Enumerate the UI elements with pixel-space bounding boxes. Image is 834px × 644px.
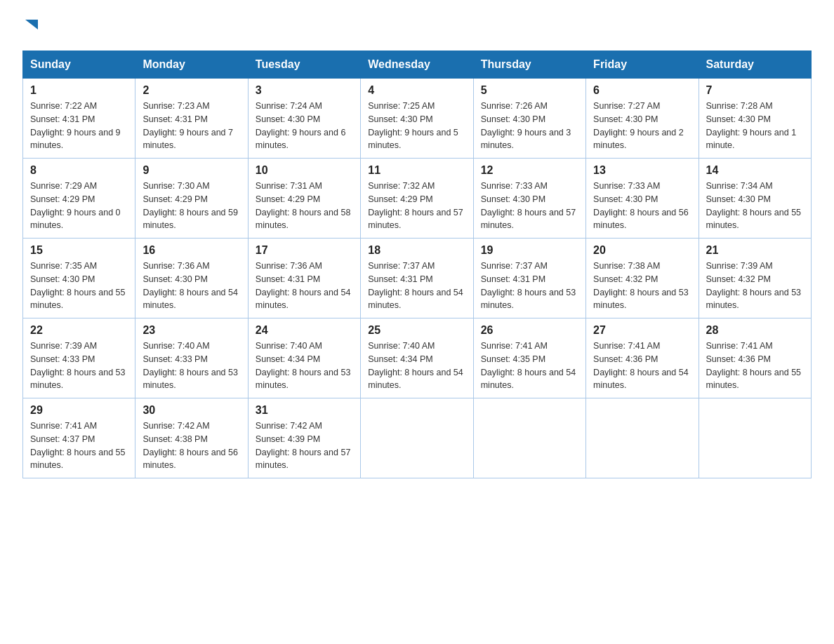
calendar-cell: 24Sunrise: 7:40 AMSunset: 4:34 PMDayligh…: [248, 318, 360, 398]
day-info: Sunrise: 7:42 AMSunset: 4:39 PMDaylight:…: [256, 420, 353, 472]
calendar-cell: 12Sunrise: 7:33 AMSunset: 4:30 PMDayligh…: [473, 159, 585, 239]
day-info: Sunrise: 7:22 AMSunset: 4:31 PMDaylight:…: [30, 100, 128, 152]
calendar-cell: [586, 398, 699, 478]
day-number: 25: [368, 324, 465, 337]
calendar-cell: 16Sunrise: 7:36 AMSunset: 4:30 PMDayligh…: [135, 239, 248, 318]
svg-marker-0: [25, 20, 38, 29]
day-info: Sunrise: 7:41 AMSunset: 4:35 PMDaylight:…: [481, 340, 578, 392]
calendar-cell: 29Sunrise: 7:41 AMSunset: 4:37 PMDayligh…: [23, 398, 135, 478]
day-number: 19: [481, 244, 578, 257]
calendar-body: 1Sunrise: 7:22 AMSunset: 4:31 PMDaylight…: [23, 79, 812, 478]
day-info: Sunrise: 7:25 AMSunset: 4:30 PMDaylight:…: [368, 100, 465, 152]
calendar-cell: 27Sunrise: 7:41 AMSunset: 4:36 PMDayligh…: [586, 318, 699, 398]
day-number: 18: [368, 244, 465, 257]
day-info: Sunrise: 7:39 AMSunset: 4:33 PMDaylight:…: [30, 340, 128, 392]
calendar-cell: 13Sunrise: 7:33 AMSunset: 4:30 PMDayligh…: [586, 159, 699, 239]
day-info: Sunrise: 7:36 AMSunset: 4:31 PMDaylight:…: [256, 260, 353, 312]
day-number: 7: [706, 84, 804, 97]
calendar-cell: 18Sunrise: 7:37 AMSunset: 4:31 PMDayligh…: [361, 239, 473, 318]
day-info: Sunrise: 7:29 AMSunset: 4:29 PMDaylight:…: [30, 180, 128, 232]
header-cell-sunday: Sunday: [23, 51, 135, 79]
day-number: 23: [143, 324, 240, 337]
day-info: Sunrise: 7:37 AMSunset: 4:31 PMDaylight:…: [481, 260, 578, 312]
calendar-cell: 19Sunrise: 7:37 AMSunset: 4:31 PMDayligh…: [473, 239, 585, 318]
calendar-cell: 20Sunrise: 7:38 AMSunset: 4:32 PMDayligh…: [586, 239, 699, 318]
day-number: 11: [368, 164, 465, 177]
calendar-header: SundayMondayTuesdayWednesdayThursdayFrid…: [23, 51, 812, 79]
day-number: 6: [593, 84, 691, 97]
day-number: 21: [706, 244, 804, 257]
day-number: 27: [593, 324, 691, 337]
header-cell-wednesday: Wednesday: [361, 51, 473, 79]
logo: [22, 17, 39, 34]
calendar-cell: 25Sunrise: 7:40 AMSunset: 4:34 PMDayligh…: [361, 318, 473, 398]
day-info: Sunrise: 7:42 AMSunset: 4:38 PMDaylight:…: [143, 420, 240, 472]
calendar-week-row: 22Sunrise: 7:39 AMSunset: 4:33 PMDayligh…: [23, 318, 812, 398]
day-info: Sunrise: 7:23 AMSunset: 4:31 PMDaylight:…: [143, 100, 240, 152]
day-info: Sunrise: 7:40 AMSunset: 4:33 PMDaylight:…: [143, 340, 240, 392]
day-info: Sunrise: 7:37 AMSunset: 4:31 PMDaylight:…: [368, 260, 465, 312]
header-cell-monday: Monday: [135, 51, 248, 79]
calendar-week-row: 8Sunrise: 7:29 AMSunset: 4:29 PMDaylight…: [23, 159, 812, 239]
header-cell-tuesday: Tuesday: [248, 51, 360, 79]
calendar-cell: 10Sunrise: 7:31 AMSunset: 4:29 PMDayligh…: [248, 159, 360, 239]
calendar-cell: 9Sunrise: 7:30 AMSunset: 4:29 PMDaylight…: [135, 159, 248, 239]
header-cell-thursday: Thursday: [473, 51, 585, 79]
day-info: Sunrise: 7:35 AMSunset: 4:30 PMDaylight:…: [30, 260, 128, 312]
day-info: Sunrise: 7:36 AMSunset: 4:30 PMDaylight:…: [143, 260, 240, 312]
day-info: Sunrise: 7:41 AMSunset: 4:36 PMDaylight:…: [593, 340, 691, 392]
calendar-cell: [699, 398, 811, 478]
calendar-cell: 8Sunrise: 7:29 AMSunset: 4:29 PMDaylight…: [23, 159, 135, 239]
day-number: 4: [368, 84, 465, 97]
calendar-cell: 11Sunrise: 7:32 AMSunset: 4:29 PMDayligh…: [361, 159, 473, 239]
logo-arrow-icon: [24, 18, 39, 34]
calendar-cell: [361, 398, 473, 478]
day-number: 31: [256, 404, 353, 417]
header-cell-friday: Friday: [586, 51, 699, 79]
calendar-cell: 23Sunrise: 7:40 AMSunset: 4:33 PMDayligh…: [135, 318, 248, 398]
day-number: 26: [481, 324, 578, 337]
calendar-week-row: 1Sunrise: 7:22 AMSunset: 4:31 PMDaylight…: [23, 79, 812, 159]
day-info: Sunrise: 7:30 AMSunset: 4:29 PMDaylight:…: [143, 180, 240, 232]
day-number: 12: [481, 164, 578, 177]
calendar-cell: [473, 398, 585, 478]
calendar-cell: 22Sunrise: 7:39 AMSunset: 4:33 PMDayligh…: [23, 318, 135, 398]
calendar-cell: 4Sunrise: 7:25 AMSunset: 4:30 PMDaylight…: [361, 79, 473, 159]
day-info: Sunrise: 7:33 AMSunset: 4:30 PMDaylight:…: [481, 180, 578, 232]
calendar-cell: 15Sunrise: 7:35 AMSunset: 4:30 PMDayligh…: [23, 239, 135, 318]
day-info: Sunrise: 7:24 AMSunset: 4:30 PMDaylight:…: [256, 100, 353, 152]
calendar-cell: 28Sunrise: 7:41 AMSunset: 4:36 PMDayligh…: [699, 318, 811, 398]
day-number: 30: [143, 404, 240, 417]
day-info: Sunrise: 7:34 AMSunset: 4:30 PMDaylight:…: [706, 180, 804, 232]
day-number: 24: [256, 324, 353, 337]
day-info: Sunrise: 7:31 AMSunset: 4:29 PMDaylight:…: [256, 180, 353, 232]
day-number: 14: [706, 164, 804, 177]
day-number: 29: [30, 404, 128, 417]
day-number: 22: [30, 324, 128, 337]
day-number: 10: [256, 164, 353, 177]
day-number: 20: [593, 244, 691, 257]
calendar-cell: 17Sunrise: 7:36 AMSunset: 4:31 PMDayligh…: [248, 239, 360, 318]
calendar-cell: 30Sunrise: 7:42 AMSunset: 4:38 PMDayligh…: [135, 398, 248, 478]
day-info: Sunrise: 7:41 AMSunset: 4:37 PMDaylight:…: [30, 420, 128, 472]
day-info: Sunrise: 7:32 AMSunset: 4:29 PMDaylight:…: [368, 180, 465, 232]
day-info: Sunrise: 7:33 AMSunset: 4:30 PMDaylight:…: [593, 180, 691, 232]
day-info: Sunrise: 7:41 AMSunset: 4:36 PMDaylight:…: [706, 340, 804, 392]
day-number: 5: [481, 84, 578, 97]
day-info: Sunrise: 7:38 AMSunset: 4:32 PMDaylight:…: [593, 260, 691, 312]
day-number: 15: [30, 244, 128, 257]
calendar-cell: 1Sunrise: 7:22 AMSunset: 4:31 PMDaylight…: [23, 79, 135, 159]
calendar-table: SundayMondayTuesdayWednesdayThursdayFrid…: [22, 51, 812, 478]
header-row: SundayMondayTuesdayWednesdayThursdayFrid…: [23, 51, 812, 79]
page-header: [22, 17, 812, 34]
calendar-cell: 3Sunrise: 7:24 AMSunset: 4:30 PMDaylight…: [248, 79, 360, 159]
day-number: 28: [706, 324, 804, 337]
day-number: 13: [593, 164, 691, 177]
day-info: Sunrise: 7:40 AMSunset: 4:34 PMDaylight:…: [368, 340, 465, 392]
calendar-cell: 14Sunrise: 7:34 AMSunset: 4:30 PMDayligh…: [699, 159, 811, 239]
day-number: 3: [256, 84, 353, 97]
day-number: 16: [143, 244, 240, 257]
calendar-week-row: 29Sunrise: 7:41 AMSunset: 4:37 PMDayligh…: [23, 398, 812, 478]
calendar-cell: 31Sunrise: 7:42 AMSunset: 4:39 PMDayligh…: [248, 398, 360, 478]
day-info: Sunrise: 7:28 AMSunset: 4:30 PMDaylight:…: [706, 100, 804, 152]
